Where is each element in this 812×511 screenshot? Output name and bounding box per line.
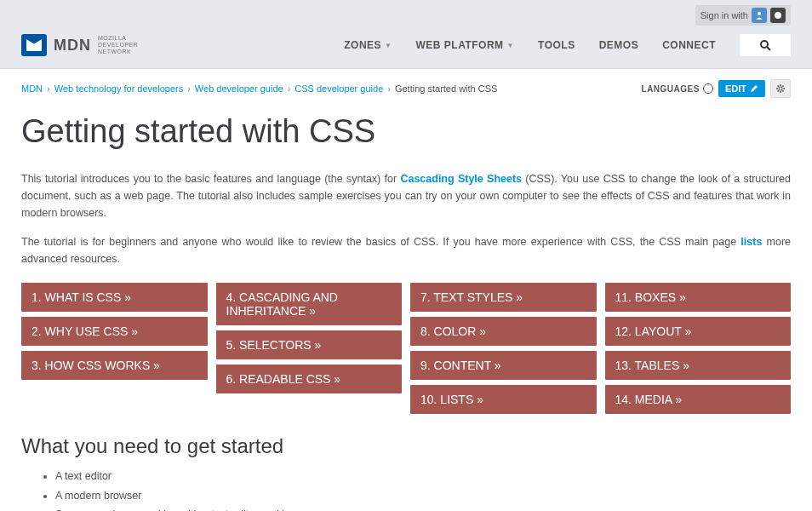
toc-item[interactable]: 9. CONTENT »: [410, 351, 597, 380]
page-title: Getting started with CSS: [21, 113, 791, 150]
topbar: Sign in with MDN MOZILLA DEVELOPER NETWO…: [0, 0, 812, 69]
gear-icon: [775, 83, 786, 94]
svg-point-4: [779, 87, 782, 90]
signin-label: Sign in with: [700, 10, 748, 20]
logo-text: MDN: [54, 37, 91, 55]
toc-item[interactable]: 14. MEDIA »: [605, 385, 792, 414]
svg-line-3: [767, 47, 770, 50]
globe-icon: [703, 83, 713, 94]
persona-icon[interactable]: [752, 8, 767, 23]
mdn-logo-icon: [21, 34, 47, 56]
svg-point-0: [758, 12, 761, 15]
chevron-down-icon: ▼: [507, 42, 514, 49]
svg-point-2: [761, 41, 768, 48]
toc-grid: 1. WHAT IS CSS » 2. WHY USE CSS » 3. HOW…: [21, 283, 791, 414]
css-link[interactable]: Cascading Style Sheets: [400, 173, 522, 185]
toc-item[interactable]: 3. HOW CSS WORKS »: [21, 351, 208, 380]
toc-item[interactable]: 12. LAYOUT »: [605, 317, 792, 346]
toc-item[interactable]: 13. TABLES »: [605, 351, 792, 380]
nav-web-platform[interactable]: WEB PLATFORM▼: [415, 39, 514, 51]
signin-box[interactable]: Sign in with: [695, 5, 791, 26]
languages-button[interactable]: LANGUAGES: [642, 83, 713, 94]
intro-paragraph-2: The tutorial is for beginners and anyone…: [21, 233, 791, 267]
needs-heading: What you need to get started: [21, 434, 791, 458]
nav-demos[interactable]: DEMOS: [599, 39, 639, 51]
toc-item[interactable]: 6. READABLE CSS »: [216, 365, 403, 393]
chevron-down-icon: ▼: [385, 42, 392, 49]
logo[interactable]: MDN MOZILLA DEVELOPER NETWORK: [21, 34, 138, 56]
toc-item[interactable]: 10. LISTS »: [410, 385, 597, 414]
nav-tools[interactable]: TOOLS: [538, 39, 575, 51]
intro-paragraph-1: This tutorial introduces you to the basi…: [21, 170, 791, 221]
list-item: Some experience working with a text edit…: [55, 505, 791, 511]
github-icon[interactable]: [770, 8, 786, 23]
edit-button[interactable]: EDIT: [718, 80, 765, 97]
svg-point-1: [775, 12, 781, 19]
toc-item[interactable]: 4. CASCADING AND INHERITANCE »: [216, 283, 403, 325]
settings-button[interactable]: [770, 79, 791, 98]
search-box[interactable]: [740, 34, 791, 56]
toc-item[interactable]: 5. SELECTORS »: [216, 330, 403, 359]
list-item: A text editor: [55, 467, 791, 486]
lists-link[interactable]: lists: [741, 236, 762, 248]
nav-menu: ZONES▼ WEB PLATFORM▼ TOOLS DEMOS CONNECT: [344, 34, 791, 56]
breadcrumb-link[interactable]: Web technology for developers: [54, 83, 183, 94]
toc-item[interactable]: 2. WHY USE CSS »: [21, 317, 208, 346]
needs-list: A text editor A modern browser Some expe…: [21, 467, 791, 511]
pencil-icon: [750, 84, 758, 93]
toc-item[interactable]: 8. COLOR »: [410, 317, 597, 346]
nav-connect[interactable]: CONNECT: [662, 39, 716, 51]
breadcrumb-link[interactable]: MDN: [21, 83, 43, 94]
list-item: A modern browser: [55, 486, 791, 506]
nav-zones[interactable]: ZONES▼: [344, 39, 392, 51]
toc-item[interactable]: 11. BOXES »: [605, 283, 792, 312]
breadcrumb: MDN› Web technology for developers› Web …: [21, 83, 497, 94]
breadcrumb-link[interactable]: CSS developer guide: [294, 83, 383, 94]
breadcrumb-current: Getting started with CSS: [395, 83, 497, 94]
toc-item[interactable]: 7. TEXT STYLES »: [410, 283, 597, 312]
breadcrumb-link[interactable]: Web developer guide: [195, 83, 283, 94]
toc-item[interactable]: 1. WHAT IS CSS »: [21, 283, 208, 312]
search-icon: [759, 39, 771, 51]
